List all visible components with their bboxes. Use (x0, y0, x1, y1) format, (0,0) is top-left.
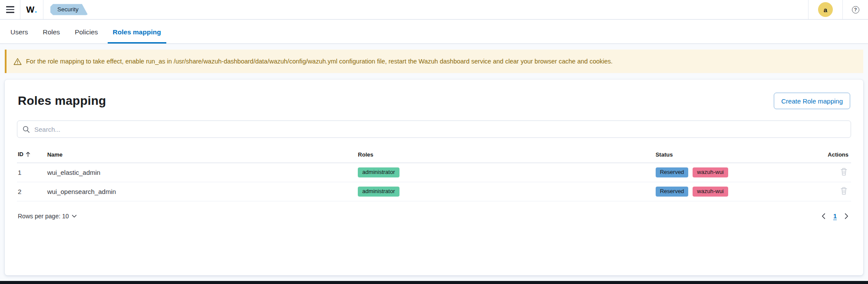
cell-status: Reservedwazuh-wui (655, 182, 827, 201)
cell-roles: administrator (357, 163, 654, 182)
help-button[interactable]: ? (843, 6, 868, 13)
table-header-row: ID Name Roles Status Actions (17, 151, 851, 163)
avatar[interactable]: a (818, 2, 833, 17)
menu-hamburger-icon[interactable] (0, 0, 20, 19)
wazuh-logo[interactable]: W. (20, 0, 43, 19)
role-badge: administrator (358, 167, 399, 177)
chevron-left-icon (822, 213, 825, 219)
table-footer: Rows per page: 10 1 (17, 211, 851, 221)
tab-roles[interactable]: Roles (37, 29, 65, 44)
search-icon (23, 126, 30, 133)
search-bar (17, 120, 851, 138)
cell-id: 2 (17, 182, 46, 201)
cell-name: wui_elastic_admin (46, 163, 357, 182)
cell-id: 1 (17, 163, 46, 182)
table-row: 2 wui_opensearch_admin administrator Res… (17, 182, 851, 201)
status-badge-wazuh-wui: wazuh-wui (693, 167, 728, 177)
chevron-right-icon (845, 213, 848, 219)
warning-triangle-icon (13, 58, 22, 65)
role-badge: administrator (358, 187, 399, 196)
status-badge-reserved: Reserved (656, 167, 689, 177)
next-page-button[interactable] (843, 211, 850, 221)
delete-button[interactable] (839, 167, 848, 178)
pagination: 1 (820, 211, 851, 221)
cell-roles: administrator (357, 182, 654, 201)
rows-per-page-label: Rows per page: 10 (18, 213, 69, 220)
status-badge-wazuh-wui: wazuh-wui (693, 187, 728, 196)
search-input[interactable] (34, 126, 845, 133)
trash-icon (840, 187, 848, 195)
page-number-1[interactable]: 1 (833, 213, 837, 220)
tab-roles-mapping[interactable]: Roles mapping (108, 29, 166, 44)
bottom-edge-bar (0, 281, 868, 284)
warning-callout: For the role mapping to take effect, ena… (5, 50, 863, 73)
roles-mapping-panel: Roles mapping Create Role mapping ID Nam… (5, 80, 863, 275)
previous-page-button[interactable] (820, 211, 827, 221)
help-icon: ? (852, 6, 859, 13)
column-header-id-label: ID (18, 151, 23, 157)
tab-users[interactable]: Users (5, 29, 33, 44)
top-header: W. Security a ? (0, 0, 868, 20)
cell-actions (827, 163, 851, 182)
column-header-name: Name (46, 151, 357, 163)
warning-callout-text: For the role mapping to take effect, ena… (26, 58, 613, 65)
status-badge-reserved: Reserved (656, 187, 689, 196)
column-header-actions: Actions (827, 151, 851, 163)
create-role-mapping-button[interactable]: Create Role mapping (774, 93, 850, 109)
column-header-status: Status (655, 151, 827, 163)
sort-ascending-icon (26, 152, 30, 158)
header-divider (43, 0, 43, 19)
rows-per-page-selector[interactable]: Rows per page: 10 (17, 211, 78, 221)
cell-status: Reservedwazuh-wui (655, 163, 827, 182)
roles-mapping-table: ID Name Roles Status Actions 1 wui_elast… (17, 151, 851, 201)
logo-dot: . (35, 5, 37, 15)
security-tab-bar: Users Roles Policies Roles mapping (0, 20, 868, 44)
tab-policies[interactable]: Policies (69, 29, 103, 44)
cell-actions (827, 182, 851, 201)
table-row: 1 wui_elastic_admin administrator Reserv… (17, 163, 851, 182)
chevron-down-icon (72, 214, 77, 218)
page-title: Roles mapping (18, 94, 106, 108)
column-header-id[interactable]: ID (17, 151, 46, 163)
breadcrumb: Security (50, 4, 88, 15)
logo-letter: W (26, 5, 34, 15)
column-header-roles: Roles (357, 151, 654, 163)
trash-icon (840, 168, 848, 176)
cell-name: wui_opensearch_admin (46, 182, 357, 201)
header-divider (808, 0, 809, 19)
delete-button[interactable] (839, 186, 848, 197)
